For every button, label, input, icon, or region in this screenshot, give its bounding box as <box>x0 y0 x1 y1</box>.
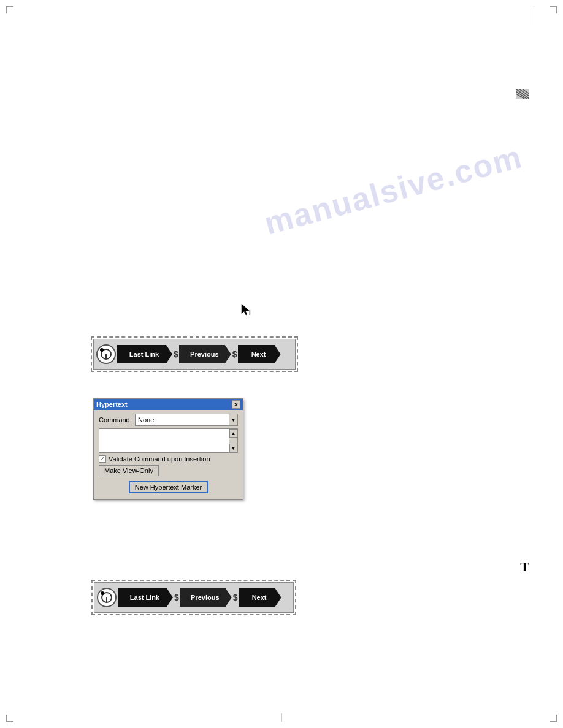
command-select-value: None <box>136 416 229 423</box>
next-label-2: Next <box>252 594 267 601</box>
margin-line <box>532 6 532 25</box>
separator-2a: $ <box>174 593 179 602</box>
new-hypertext-marker-button[interactable]: New Hypertext Marker <box>129 481 208 493</box>
corner-mark-tr <box>550 6 557 13</box>
t-cursor-icon: T <box>520 559 529 575</box>
circle-inner-1 <box>101 349 112 360</box>
separator-1b: $ <box>232 349 237 359</box>
command-select[interactable]: None ▼ <box>135 414 238 426</box>
last-link-button-2[interactable]: Last Link <box>118 588 173 607</box>
previous-button-2[interactable]: Previous <box>180 588 232 607</box>
hatch-icon <box>516 89 529 99</box>
bottom-center-marks <box>282 713 282 722</box>
last-link-label-1: Last Link <box>129 351 159 358</box>
next-label-1: Next <box>251 351 266 358</box>
toolbar-strip-1: Last Link $ Previous $ Next <box>93 339 296 370</box>
corner-mark-br <box>550 715 557 722</box>
scroll-down-arrow[interactable]: ▼ <box>229 444 238 452</box>
separator-2b: $ <box>233 593 238 602</box>
previous-label-2: Previous <box>191 594 219 601</box>
last-link-label-2: Last Link <box>130 594 159 601</box>
scroll-up-arrow[interactable]: ▲ <box>229 429 238 438</box>
command-row: Command: None ▼ <box>99 414 238 426</box>
dialog-textarea[interactable]: ▲ ▼ <box>99 428 238 453</box>
corner-mark-bl <box>6 715 13 722</box>
toolbar-icon-circle-1 <box>96 344 116 364</box>
corner-mark-tl <box>6 6 13 13</box>
next-button-1[interactable]: Next <box>238 345 281 363</box>
watermark: manualsive.com <box>261 138 526 242</box>
validate-checkbox[interactable]: ✓ <box>99 455 106 463</box>
previous-label-1: Previous <box>190 351 218 358</box>
select-arrow: ▼ <box>229 414 237 425</box>
circle-inner-2 <box>101 592 112 603</box>
dialog-body: Command: None ▼ ▲ ▼ ✓ Validate Command u… <box>94 410 243 499</box>
checkbox-label: Validate Command upon Insertion <box>109 455 210 463</box>
separator-1a: $ <box>174 349 178 359</box>
svg-text:I: I <box>249 309 251 316</box>
checkbox-row: ✓ Validate Command upon Insertion <box>99 455 238 463</box>
dialog-titlebar: Hypertext × <box>94 399 243 410</box>
dialog-title: Hypertext <box>96 401 128 408</box>
previous-button-1[interactable]: Previous <box>179 345 231 363</box>
textarea-scrollbar: ▲ ▼ <box>229 429 237 452</box>
bottom-mark-line <box>282 713 282 722</box>
make-view-only-button[interactable]: Make View-Only <box>99 465 159 476</box>
last-link-button-1[interactable]: Last Link <box>117 345 172 363</box>
dialog-close-button[interactable]: × <box>232 400 240 409</box>
toolbar-icon-circle-2 <box>97 588 117 607</box>
next-button-2[interactable]: Next <box>239 588 282 607</box>
toolbar-strip-2: Last Link $ Previous $ Next <box>94 582 294 613</box>
command-label: Command: <box>99 416 132 423</box>
cursor-icon: I <box>239 303 254 320</box>
hypertext-dialog: Hypertext × Command: None ▼ ▲ ▼ ✓ Valida… <box>93 398 243 500</box>
